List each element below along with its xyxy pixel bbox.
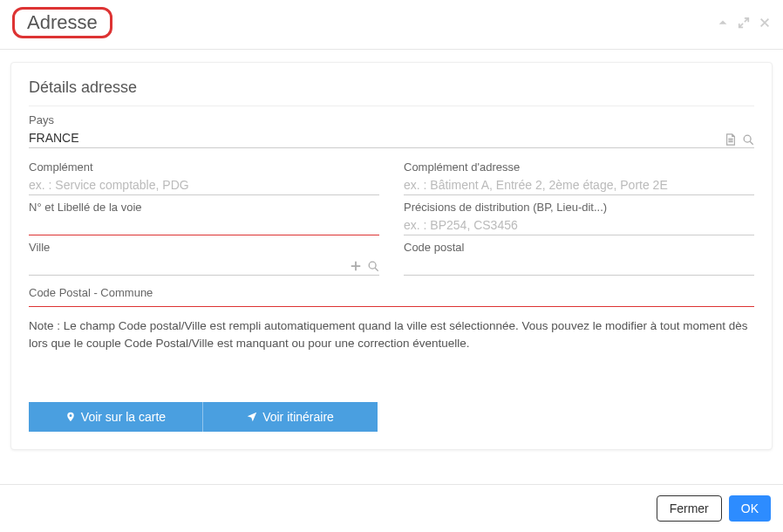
voie-label: N° et Libellé de la voie: [29, 201, 379, 214]
collapse-icon[interactable]: [717, 17, 729, 29]
loc-label: Code Postal - Commune: [29, 276, 754, 306]
ville-label: Ville: [29, 241, 379, 254]
ville-input[interactable]: [29, 256, 344, 275]
address-panel: Détails adresse Pays Complément N° et Li…: [10, 62, 773, 450]
precision-input[interactable]: [404, 215, 754, 235]
cp-label: Code postal: [404, 241, 754, 254]
red-divider: [29, 306, 754, 307]
map-button[interactable]: Voir sur la carte: [29, 402, 203, 432]
note-text: Note : Le champ Code postal/Ville est re…: [29, 317, 754, 353]
panel-title: Adresse: [27, 11, 98, 33]
title-bar: Adresse: [0, 0, 783, 50]
panel-heading: Détails adresse: [29, 78, 754, 106]
title-highlight: Adresse: [12, 7, 112, 38]
route-button-label: Voir itinéraire: [262, 410, 334, 424]
complement-input[interactable]: [29, 175, 379, 195]
pays-input[interactable]: [29, 128, 719, 147]
title-icons: [717, 17, 771, 29]
map-button-label: Voir sur la carte: [81, 410, 166, 424]
complement-adresse-label: Complément d'adresse: [404, 160, 754, 174]
footer-bar: Fermer OK: [0, 484, 783, 532]
expand-icon[interactable]: [738, 17, 750, 29]
cp-input[interactable]: [404, 256, 754, 276]
search-icon[interactable]: [742, 133, 754, 146]
voie-input[interactable]: [29, 215, 379, 235]
search-icon[interactable]: [367, 260, 379, 272]
svg-point-0: [744, 135, 751, 142]
route-button[interactable]: Voir itinéraire: [203, 402, 378, 432]
svg-point-1: [369, 262, 376, 269]
close-button[interactable]: Fermer: [657, 495, 722, 522]
map-pin-icon: [65, 412, 76, 422]
plus-icon[interactable]: [350, 260, 362, 272]
precision-label: Précisions de distribution (BP, Lieu-dit…: [404, 201, 754, 214]
ok-button[interactable]: OK: [729, 495, 771, 522]
complement-adresse-input[interactable]: [404, 175, 754, 195]
action-row: Voir sur la carte Voir itinéraire: [29, 402, 754, 432]
document-icon[interactable]: [725, 133, 737, 146]
pays-label: Pays: [29, 113, 754, 126]
arrow-icon: [247, 412, 257, 422]
complement-label: Complément: [29, 160, 379, 174]
close-icon[interactable]: [759, 17, 771, 29]
